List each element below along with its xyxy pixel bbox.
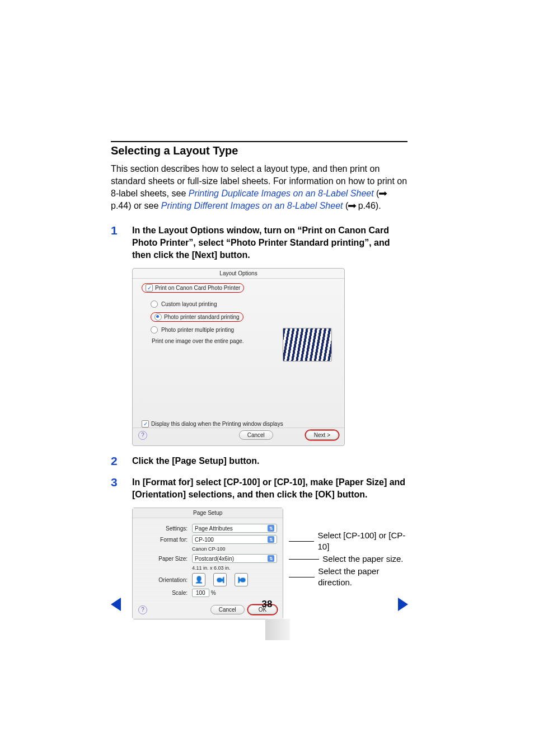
- settings-label: Settings:: [138, 525, 188, 532]
- orientation-landscape-right[interactable]: 👤: [235, 573, 248, 586]
- dropdown-arrows-icon: ⇅: [268, 536, 274, 543]
- scale-input[interactable]: 100: [192, 589, 209, 597]
- leader-line: [289, 577, 315, 577]
- display-dialog-checkbox[interactable]: [142, 420, 149, 428]
- arrow-right-icon: ➡: [348, 200, 357, 212]
- layout-options-dialog: Layout Options Print on Canon Card Photo…: [132, 268, 345, 446]
- step-3: 3 In [Format for] select [CP-100] or [CP…: [111, 476, 407, 619]
- prev-page-icon[interactable]: [111, 598, 121, 611]
- intro-ref-2: p.46).: [355, 201, 381, 210]
- step-number: 1: [111, 224, 120, 446]
- radio-standard-printing[interactable]: [154, 313, 162, 321]
- paper-size-label: Paper Size:: [138, 556, 188, 562]
- paper-size-value: Postcard(4x6in): [195, 556, 234, 562]
- dropdown-arrows-icon: ⇅: [268, 555, 274, 562]
- paper-size-sub: 4.11 in. x 6.03 in.: [192, 565, 277, 571]
- scale-unit: %: [211, 590, 216, 596]
- section-heading: Selecting a Layout Type: [111, 144, 407, 157]
- step-2: 2 Click the [Page Setup] button.: [111, 455, 407, 467]
- link-different-images[interactable]: Printing Different Images on an 8-Label …: [161, 201, 343, 210]
- preview-thumbnail: [283, 328, 332, 361]
- next-page-icon[interactable]: [398, 598, 408, 611]
- paper-size-select[interactable]: Postcard(4x6in) ⇅: [192, 554, 277, 563]
- step-2-text: Click the [Page Setup] button.: [132, 455, 407, 467]
- radio-custom-layout-label: Custom layout printing: [161, 301, 217, 307]
- step-3-text: In [Format for] select [CP-100] or [CP-1…: [132, 476, 407, 501]
- orientation-label: Orientation:: [138, 577, 188, 583]
- radio-standard-label: Photo printer standard printing: [164, 314, 240, 320]
- display-dialog-label: Display this dialog when the Printing wi…: [151, 421, 283, 427]
- intro-paragraph: This section describes how to select a l…: [111, 163, 407, 212]
- print-on-checkbox[interactable]: [146, 284, 153, 292]
- format-for-label: Format for:: [138, 537, 188, 543]
- dialog-title: Layout Options: [133, 269, 344, 279]
- format-for-sub: Canon CP-100: [192, 546, 277, 552]
- leader-line: [289, 559, 319, 560]
- person-icon: 👤: [195, 576, 203, 584]
- annotation-paper-size: Select the paper size.: [322, 553, 403, 565]
- scale-label: Scale:: [138, 590, 188, 596]
- help-icon[interactable]: ?: [138, 431, 147, 440]
- intro-ref-1: p.44) or see: [111, 201, 161, 210]
- print-on-checkbox-highlight: Print on Canon Card Photo Printer: [142, 283, 244, 293]
- annotation-format-for: Select [CP-100] or [CP-10]: [317, 530, 407, 552]
- dropdown-arrows-icon: ⇅: [268, 525, 274, 532]
- step-1: 1 In the Layout Options window, turn on …: [111, 224, 407, 446]
- dialog-title: Page Setup: [133, 508, 283, 518]
- page-divider-shadow: [265, 619, 290, 640]
- print-on-label: Print on Canon Card Photo Printer: [155, 285, 240, 291]
- next-button[interactable]: Next >: [306, 430, 339, 440]
- arrow-right-icon: ➡: [378, 187, 387, 200]
- settings-value: Page Attributes: [195, 525, 233, 532]
- section-rule: [111, 141, 407, 142]
- radio-multiple-printing[interactable]: [151, 326, 158, 334]
- leader-line: [289, 541, 314, 542]
- settings-select[interactable]: Page Attributes ⇅: [192, 524, 277, 533]
- link-duplicate-images[interactable]: Printing Duplicate Images on an 8-Label …: [189, 189, 374, 198]
- orientation-portrait[interactable]: 👤: [192, 573, 205, 586]
- annotation-orientation: Select the paper direction.: [318, 566, 407, 588]
- person-icon: 👤: [216, 576, 224, 584]
- radio-standard-highlight: Photo printer standard printing: [151, 312, 243, 322]
- radio-custom-layout[interactable]: [151, 300, 158, 308]
- format-for-value: CP-100: [195, 537, 214, 543]
- step-number: 2: [111, 455, 120, 467]
- orientation-landscape-left[interactable]: 👤: [213, 573, 227, 586]
- format-for-select[interactable]: CP-100 ⇅: [192, 535, 277, 544]
- cancel-button[interactable]: Cancel: [239, 430, 273, 440]
- person-icon: 👤: [237, 576, 245, 584]
- radio-multiple-label: Photo printer multiple printing: [161, 327, 234, 333]
- page-number: 38: [262, 599, 273, 610]
- step-1-text: In the Layout Options window, turn on “P…: [132, 224, 407, 261]
